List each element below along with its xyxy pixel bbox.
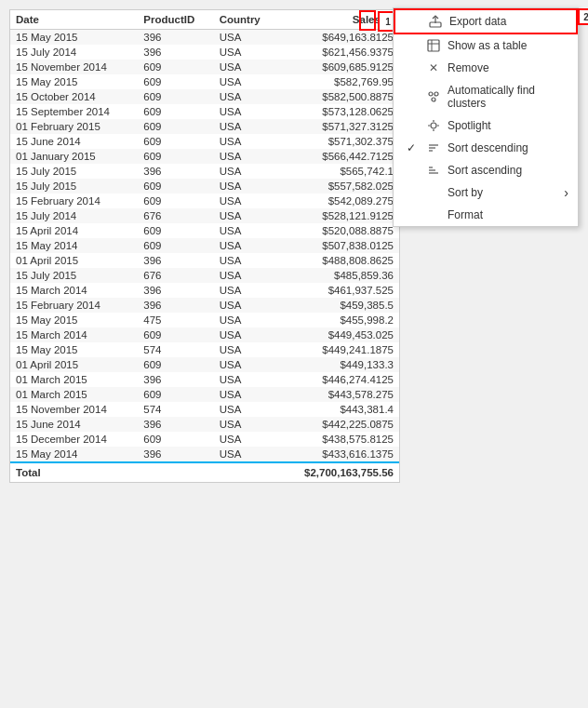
- table-row: 15 February 2014 609 USA $542,089.275: [10, 194, 399, 208]
- menu-item-sort-by[interactable]: Sort by: [394, 181, 578, 204]
- menu-label-sort-desc: Sort descending: [448, 141, 528, 154]
- cell-date: 15 July 2015: [10, 179, 138, 194]
- table-row: 15 October 2014 609 USA $582,500.8875: [10, 89, 399, 104]
- cell-product: 396: [138, 417, 213, 432]
- table-row: 01 January 2015 609 USA $566,442.7125: [10, 149, 399, 164]
- cell-date: 15 July 2015: [10, 268, 138, 283]
- cell-product: 609: [138, 387, 213, 402]
- table-row: 15 February 2014 396 USA $459,385.5: [10, 298, 399, 313]
- cell-date: 01 March 2015: [10, 387, 138, 402]
- cell-sales: $449,241.1875: [277, 342, 399, 357]
- cell-date: 15 May 2015: [10, 313, 138, 327]
- cell-country: USA: [214, 223, 277, 238]
- cell-country: USA: [214, 238, 277, 253]
- cell-date: 15 July 2015: [10, 164, 138, 179]
- cell-product: 609: [138, 194, 213, 208]
- cell-sales: $557,582.025: [277, 179, 399, 194]
- cell-country: USA: [214, 45, 277, 60]
- menu-item-sort-asc[interactable]: Sort ascending: [394, 159, 578, 181]
- cell-sales: $443,578.275: [277, 387, 399, 402]
- cell-sales: $433,616.1375: [277, 447, 399, 462]
- cell-sales: $565,742.1: [277, 164, 399, 179]
- cell-product: 609: [138, 119, 213, 134]
- context-menu: Export data2 Show as a table✕Remove Auto…: [393, 7, 579, 227]
- cell-sales: $520,088.8875: [277, 223, 399, 238]
- col-date: Date: [10, 10, 138, 30]
- svg-rect-2: [428, 40, 439, 51]
- cell-date: 15 May 2014: [10, 447, 138, 462]
- table-row: 01 March 2015 396 USA $446,274.4125: [10, 372, 399, 387]
- menu-label-sort-asc: Sort ascending: [448, 164, 522, 177]
- cell-country: USA: [214, 60, 277, 74]
- menu-item-show-table[interactable]: Show as a table: [394, 34, 578, 57]
- cell-sales: $566,442.7125: [277, 149, 399, 164]
- menu-item-export[interactable]: Export data2: [394, 8, 578, 34]
- table-header-row: Date ProductID Country Sales ▼: [10, 10, 399, 30]
- cell-country: USA: [214, 357, 277, 372]
- cell-product: 609: [138, 357, 213, 372]
- cell-sales: $488,808.8625: [277, 253, 399, 268]
- cell-sales: $455,998.2: [277, 313, 399, 327]
- menu-item-spotlight[interactable]: Spotlight: [394, 114, 578, 137]
- cell-country: USA: [214, 268, 277, 283]
- cell-product: 574: [138, 342, 213, 357]
- cell-product: 609: [138, 223, 213, 238]
- table-row: 01 April 2015 396 USA $488,808.8625: [10, 253, 399, 268]
- svg-point-5: [429, 92, 433, 96]
- menu-label-sort-by: Sort by: [448, 186, 483, 199]
- menu-item-format[interactable]: Format: [394, 204, 578, 226]
- cell-date: 15 June 2014: [10, 134, 138, 149]
- cell-date: 15 May 2014: [10, 238, 138, 253]
- badge-2: 2: [578, 8, 588, 25]
- cell-product: 475: [138, 313, 213, 327]
- cell-sales: $571,327.3125: [277, 119, 399, 134]
- cell-product: 609: [138, 432, 213, 447]
- cell-date: 15 July 2014: [10, 45, 138, 60]
- cell-date: 15 November 2014: [10, 402, 138, 417]
- menu-label-format: Format: [448, 208, 483, 221]
- page-container: Date ProductID Country Sales ▼ 15 May 20…: [0, 0, 588, 495]
- svg-point-6: [434, 92, 438, 96]
- cell-country: USA: [214, 327, 277, 342]
- cell-sales: $449,133.3: [277, 357, 399, 372]
- table-row: 01 April 2015 609 USA $449,133.3: [10, 357, 399, 372]
- cell-sales: $528,121.9125: [277, 208, 399, 223]
- cell-date: 15 February 2014: [10, 298, 138, 313]
- table-icon: [425, 39, 442, 52]
- data-table: Date ProductID Country Sales ▼ 15 May 20…: [10, 10, 399, 482]
- cell-date: 15 November 2014: [10, 60, 138, 74]
- table-row: 15 July 2015 396 USA $565,742.1: [10, 164, 399, 179]
- menu-label-export: Export data: [449, 15, 506, 28]
- cell-product: 396: [138, 372, 213, 387]
- cell-country: USA: [214, 372, 277, 387]
- cell-date: 01 January 2015: [10, 149, 138, 164]
- cell-country: USA: [214, 134, 277, 149]
- menu-item-sort-desc[interactable]: ✓ Sort descending: [394, 137, 578, 159]
- menu-item-auto-clusters[interactable]: Automatically find clusters: [394, 79, 578, 114]
- cell-sales: $443,381.4: [277, 402, 399, 417]
- cell-date: 15 December 2014: [10, 432, 138, 447]
- cell-country: USA: [214, 253, 277, 268]
- cell-date: 01 March 2015: [10, 372, 138, 387]
- table-row: 15 May 2015 396 USA $649,163.8125: [10, 30, 399, 46]
- remove-icon: ✕: [425, 61, 442, 74]
- menu-label-show-table: Show as a table: [448, 39, 527, 52]
- cell-date: 15 September 2014: [10, 104, 138, 119]
- data-table-wrapper: Date ProductID Country Sales ▼ 15 May 20…: [9, 9, 400, 483]
- cell-date: 15 June 2014: [10, 417, 138, 432]
- table-row: 15 November 2014 609 USA $609,685.9125: [10, 60, 399, 74]
- table-row: 15 March 2014 396 USA $461,937.525: [10, 283, 399, 298]
- cell-country: USA: [214, 387, 277, 402]
- cell-product: 609: [138, 149, 213, 164]
- cell-country: USA: [214, 164, 277, 179]
- cell-sales: $438,575.8125: [277, 432, 399, 447]
- table-row: 15 July 2015 676 USA $485,859.36: [10, 268, 399, 283]
- cell-product: 396: [138, 447, 213, 462]
- table-row: 01 March 2015 609 USA $443,578.275: [10, 387, 399, 402]
- menu-item-remove[interactable]: ✕Remove: [394, 57, 578, 79]
- cell-sales: $609,685.9125: [277, 60, 399, 74]
- cell-country: USA: [214, 402, 277, 417]
- cell-date: 15 February 2014: [10, 194, 138, 208]
- cell-date: 15 April 2014: [10, 223, 138, 238]
- table-row: 15 July 2014 396 USA $621,456.9375: [10, 45, 399, 60]
